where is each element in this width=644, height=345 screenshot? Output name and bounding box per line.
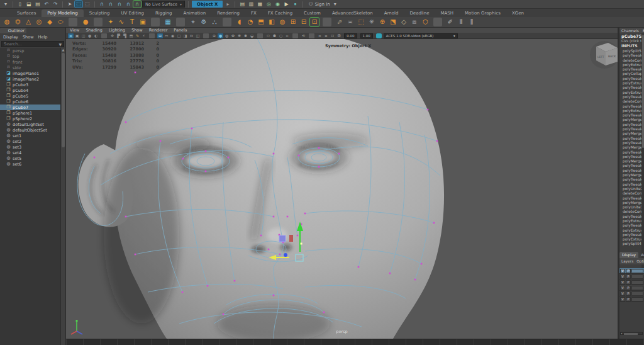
panel-toolbar-icon[interactable]: ○ <box>278 33 284 38</box>
shelf-icon[interactable]: ✳ <box>367 18 376 26</box>
panel-toolbar-icon[interactable]: ▣ <box>68 33 74 38</box>
panel-toolbar-icon[interactable]: ⧇ <box>323 33 329 38</box>
history-node[interactable]: polyTweak23 <box>619 53 644 57</box>
status-icon[interactable]: ∩ <box>116 1 123 8</box>
outliner-item[interactable]: set3 <box>0 144 61 150</box>
search-input[interactable] <box>4 42 58 47</box>
shelf-icon[interactable]: ⬚ <box>357 18 365 26</box>
shelf-icon[interactable]: ⏣ <box>13 18 22 26</box>
shelf-tab[interactable]: XGen <box>506 9 530 17</box>
layer-row[interactable]: V P <box>619 285 644 291</box>
shelf-icon[interactable] <box>176 18 185 26</box>
status-icon[interactable]: ∩ <box>133 1 141 8</box>
z-axis-handle[interactable] <box>284 253 287 257</box>
shelf-icon[interactable]: ◎ <box>35 18 43 26</box>
colorspace-dropdown[interactable]: ACES 1.0 SDR-video (sRGB) ▾ <box>384 33 458 38</box>
shelf-icon[interactable] <box>223 18 231 26</box>
history-node[interactable]: polyTweak11 <box>619 196 644 200</box>
scroll-up-icon[interactable]: ▲ <box>61 48 65 52</box>
outliner-item[interactable]: pCube7 <box>0 105 61 110</box>
history-node[interactable]: polyTweak21 <box>619 76 644 81</box>
status-icon[interactable] <box>62 1 63 8</box>
panel-toolbar-icon[interactable]: ◒ <box>249 33 255 38</box>
history-node[interactable]: polyTweak13 <box>619 163 644 167</box>
history-node[interactable]: polyTweak9 <box>619 223 644 227</box>
status-icon[interactable] <box>94 1 95 8</box>
viewport-canvas[interactable]: LEFT BACK <box>66 28 618 339</box>
panel-toolbar-icon[interactable]: ⚉ <box>272 33 277 38</box>
history-node[interactable]: deleteComponent <box>619 58 644 62</box>
history-node[interactable]: polyExtrudeFace <box>619 108 644 113</box>
history-node[interactable]: polySplit5 <box>619 48 644 53</box>
panel-menu-item[interactable]: Show <box>131 28 143 33</box>
history-node[interactable]: deleteComponent <box>619 191 644 195</box>
history-node[interactable]: polyMergeVert <box>619 145 644 149</box>
layer-color-swatch[interactable] <box>631 274 643 279</box>
history-node[interactable]: polyExtrudeEdge <box>619 81 644 85</box>
status-icon[interactable] <box>302 1 303 8</box>
shelf-tab[interactable]: Animation <box>178 9 212 17</box>
status-icon[interactable] <box>235 1 235 8</box>
panel-toolbar-icon[interactable]: ✥ <box>109 33 115 38</box>
shelf-icon[interactable]: ✦ <box>106 18 115 26</box>
outliner-item[interactable]: top <box>0 54 61 59</box>
shelf-icon[interactable] <box>94 18 103 26</box>
status-icon[interactable]: ▯ <box>16 1 24 8</box>
symmetry-object-field[interactable]: Object X <box>192 1 223 8</box>
view-cube[interactable]: LEFT BACK <box>590 41 618 69</box>
shelf-icon[interactable]: ◍ <box>3 18 11 26</box>
history-node[interactable]: polyTweak12 <box>619 177 644 181</box>
shelf-icon[interactable]: T <box>128 18 136 26</box>
shelf-icon[interactable]: ⧈ <box>410 18 419 26</box>
outliner-item[interactable]: imagePlane2 <box>0 76 61 82</box>
shelf-tab[interactable]: FX Caching <box>262 9 298 17</box>
panel-toolbar-icon[interactable]: ⊞ <box>157 33 163 38</box>
history-node[interactable]: deleteComponent <box>619 209 644 213</box>
shelf-icon[interactable]: ⌖ <box>189 18 197 26</box>
layer-playback-toggle[interactable]: P <box>626 297 631 302</box>
layer-editor-hscrollbar[interactable]: ◂ <box>620 332 643 335</box>
layer-visibility-toggle[interactable]: V <box>620 291 625 296</box>
gear-icon[interactable]: ⚙ <box>337 33 341 38</box>
history-node[interactable]: polyUnite2 <box>619 186 644 191</box>
panel-toolbar-icon[interactable]: ⬒ <box>128 33 134 38</box>
shelf-icon[interactable]: ▦ <box>164 18 172 26</box>
outliner-item[interactable]: defaultObjectSet <box>0 127 61 133</box>
history-node[interactable]: polyTweakUV3 <box>619 140 644 145</box>
status-icon[interactable]: ∩ <box>107 1 114 8</box>
status-icon[interactable]: ∩ <box>98 1 106 8</box>
outliner-menu-item[interactable]: Help <box>38 35 48 40</box>
status-icon[interactable]: ⬚ <box>75 1 82 8</box>
history-node[interactable]: polyMergeVert <box>619 159 644 163</box>
panel-toolbar-icon[interactable] <box>203 33 209 38</box>
time-slider[interactable] <box>66 339 644 345</box>
panel-toolbar-icon[interactable]: ❋ <box>236 33 242 38</box>
exposure-field[interactable]: 0.00 <box>344 33 357 38</box>
shelf-tab[interactable]: Surfaces <box>11 9 42 17</box>
status-icon[interactable]: ▶ <box>282 1 290 8</box>
outliner-item[interactable]: side <box>0 65 61 71</box>
outliner-item[interactable]: pCube5 <box>0 93 61 99</box>
status-icon[interactable]: ⬓ <box>25 1 33 8</box>
panel-toolbar-icon[interactable]: ⚇ <box>265 33 271 38</box>
color-management-icon[interactable] <box>376 33 382 38</box>
shelf-tab[interactable]: AdvancedSkeleton <box>326 9 379 17</box>
layer-color-swatch[interactable] <box>631 280 643 285</box>
history-node[interactable]: polyExtrudeFace <box>619 218 644 223</box>
panel-toolbar-icon[interactable] <box>309 33 314 38</box>
history-node[interactable]: polyTweak18 <box>619 104 644 108</box>
status-icon[interactable]: ▦ <box>256 1 264 8</box>
history-node[interactable]: polyTweak8 <box>619 232 644 237</box>
panel-menu-item[interactable]: Panels <box>174 28 187 33</box>
layer-row[interactable]: V P <box>619 297 644 302</box>
shelf-icon[interactable]: ⬒ <box>257 18 265 26</box>
live-surface-dropdown[interactable]: No Live Surface▾ <box>142 1 185 8</box>
layer-visibility-toggle[interactable]: V <box>620 297 625 302</box>
history-node[interactable]: polyTweak15 <box>619 136 644 140</box>
outliner-item[interactable]: front <box>0 59 61 65</box>
status-icon[interactable]: ↶ <box>43 1 50 8</box>
layer-playback-toggle[interactable]: P <box>626 280 631 285</box>
shape-node-label[interactable]: pCube7Shape <box>619 33 644 39</box>
outliner-item[interactable]: set5 <box>0 156 61 161</box>
shelf-icon[interactable]: ◖ <box>235 18 244 26</box>
